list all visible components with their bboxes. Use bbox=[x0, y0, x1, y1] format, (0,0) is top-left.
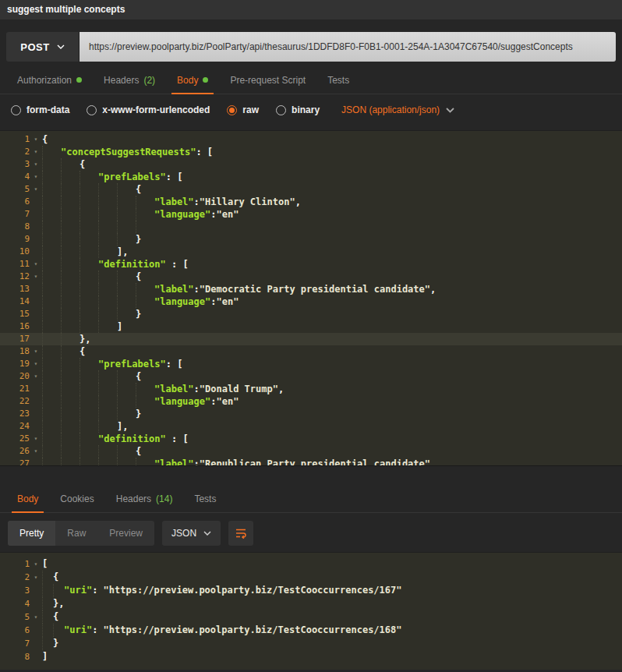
request-tabs: AuthorizationHeaders(2)BodyPre-request S… bbox=[0, 66, 622, 94]
indent-guide bbox=[80, 283, 98, 295]
fold-toggle-icon[interactable]: ▾ bbox=[30, 571, 42, 584]
code-line: 2▾"conceptSuggestRequests": [ bbox=[0, 146, 622, 158]
indent-guide bbox=[98, 458, 117, 466]
code-content: ] bbox=[42, 650, 48, 663]
response-tab-body[interactable]: Body bbox=[6, 485, 49, 512]
code-token: { bbox=[136, 271, 141, 283]
request-body-editor[interactable]: 1▾{2▾"conceptSuggestRequests": [3▾{4▾"pr… bbox=[0, 130, 622, 466]
body-mode-raw[interactable]: raw bbox=[227, 104, 259, 115]
request-tab-authorization[interactable]: Authorization bbox=[6, 66, 93, 94]
fold-toggle-icon[interactable]: ▾ bbox=[30, 610, 42, 624]
fold-toggle-icon[interactable]: ▾ bbox=[30, 271, 42, 283]
code-token: "prefLabels" bbox=[98, 358, 166, 370]
fold-spacer bbox=[30, 221, 42, 233]
request-tab-tests[interactable]: Tests bbox=[316, 66, 360, 94]
indent-guide bbox=[42, 295, 61, 308]
response-view-toolbar: PrettyRawPreview JSON bbox=[8, 521, 622, 546]
code-content: } bbox=[42, 308, 141, 320]
code-content: "language":"en" bbox=[42, 395, 239, 408]
indent-guide bbox=[42, 246, 61, 258]
code-line: 26▾{ bbox=[0, 445, 622, 458]
code-token: : bbox=[92, 624, 103, 637]
code-line: 18▾{ bbox=[0, 345, 622, 358]
fold-toggle-icon[interactable]: ▾ bbox=[30, 183, 42, 196]
indent-guide bbox=[42, 637, 53, 650]
body-mode-options: form-datax-www-form-urlencodedrawbinary bbox=[11, 104, 320, 115]
url-input[interactable] bbox=[80, 32, 616, 62]
indent-guide bbox=[42, 597, 53, 610]
body-mode-x-www-form-urlencoded[interactable]: x-www-form-urlencoded bbox=[87, 104, 210, 115]
code-content: ] bbox=[42, 320, 122, 333]
indent-guide bbox=[98, 395, 117, 408]
fold-spacer bbox=[30, 196, 42, 208]
code-token: : bbox=[210, 395, 216, 408]
fold-toggle-icon[interactable]: ▾ bbox=[30, 146, 42, 158]
line-number: 4 bbox=[0, 597, 30, 610]
fold-spacer bbox=[30, 333, 42, 345]
request-tab-body[interactable]: Body bbox=[166, 66, 219, 94]
code-token: { bbox=[136, 370, 141, 383]
code-token: : [ bbox=[166, 258, 189, 271]
response-body-editor[interactable]: 1▾[2▾{3"uri": "https://preview.poolparty… bbox=[0, 552, 622, 670]
indent-guide bbox=[61, 221, 80, 233]
indent-guide bbox=[53, 624, 64, 637]
view-button-preview[interactable]: Preview bbox=[97, 521, 154, 546]
indent-guide bbox=[117, 445, 136, 458]
fold-toggle-icon[interactable]: ▾ bbox=[30, 370, 42, 383]
response-tab-cookies[interactable]: Cookies bbox=[49, 485, 104, 512]
indent-guide bbox=[42, 408, 61, 420]
response-tab-headers[interactable]: Headers(14) bbox=[105, 485, 184, 512]
indent-guide bbox=[61, 395, 80, 408]
line-number: 21 bbox=[0, 383, 30, 395]
code-token: "uri" bbox=[64, 584, 92, 597]
line-number: 3 bbox=[0, 158, 30, 171]
indent-guide bbox=[117, 383, 136, 395]
code-token: { bbox=[136, 445, 141, 458]
fold-toggle-icon[interactable]: ▾ bbox=[30, 133, 42, 146]
indent-guide bbox=[117, 233, 136, 246]
code-token: "language" bbox=[154, 208, 210, 221]
indent-guide bbox=[117, 308, 136, 320]
fold-toggle-icon[interactable]: ▾ bbox=[30, 557, 42, 571]
body-mode-form-data[interactable]: form-data bbox=[11, 104, 69, 115]
fold-spacer bbox=[30, 246, 42, 258]
indent-guide bbox=[98, 221, 117, 233]
view-button-pretty[interactable]: Pretty bbox=[8, 521, 55, 546]
content-type-selector[interactable]: JSON (application/json) bbox=[341, 104, 454, 115]
code-line: 12▾{ bbox=[0, 271, 622, 283]
fold-spacer bbox=[30, 395, 42, 408]
indent-guide bbox=[117, 295, 136, 308]
tab-label: Pre-request Script bbox=[230, 75, 306, 86]
fold-toggle-icon[interactable]: ▾ bbox=[30, 171, 42, 183]
code-token: "Republican Party presidential candidate… bbox=[200, 458, 430, 466]
method-selector[interactable]: POST bbox=[6, 32, 80, 62]
code-token: "definition" bbox=[98, 433, 166, 445]
fold-toggle-icon[interactable]: ▾ bbox=[30, 358, 42, 370]
indent-guide bbox=[136, 383, 154, 395]
view-button-raw[interactable]: Raw bbox=[55, 521, 97, 546]
indent-guide bbox=[136, 221, 154, 233]
indent-guide bbox=[117, 458, 136, 466]
fold-toggle-icon[interactable]: ▾ bbox=[30, 433, 42, 445]
fold-toggle-icon[interactable]: ▾ bbox=[30, 158, 42, 171]
wrap-lines-button[interactable] bbox=[228, 521, 253, 546]
indent-guide bbox=[42, 333, 61, 345]
indent-guide bbox=[136, 458, 154, 466]
fold-toggle-icon[interactable]: ▾ bbox=[30, 258, 42, 271]
response-tab-tests[interactable]: Tests bbox=[183, 485, 227, 512]
fold-toggle-icon[interactable]: ▾ bbox=[30, 345, 42, 358]
indent-guide bbox=[98, 183, 117, 196]
request-tab-pre-request-script[interactable]: Pre-request Script bbox=[219, 66, 316, 94]
response-format-selector[interactable]: JSON bbox=[162, 521, 221, 546]
code-token: "prefLabels" bbox=[98, 171, 166, 183]
code-token: : [ bbox=[166, 171, 183, 183]
code-token: "Hillary Clinton" bbox=[200, 196, 295, 208]
fold-toggle-icon[interactable]: ▾ bbox=[30, 445, 42, 458]
body-mode-binary[interactable]: binary bbox=[276, 104, 320, 115]
indent-guide bbox=[42, 610, 53, 624]
code-line: 1▾{ bbox=[0, 133, 622, 146]
tab-count: (2) bbox=[143, 75, 155, 86]
indent-guide bbox=[80, 445, 98, 458]
request-tab-headers[interactable]: Headers(2) bbox=[93, 66, 166, 94]
line-number: 5 bbox=[0, 183, 30, 196]
